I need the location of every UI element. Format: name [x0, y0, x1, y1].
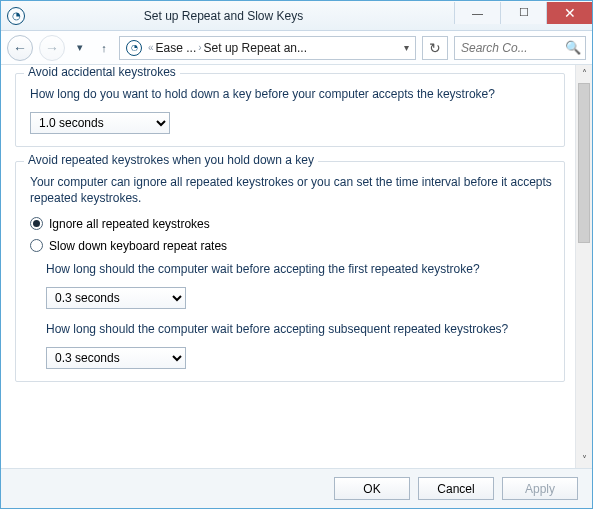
chevron-up-icon: ˄	[582, 68, 587, 79]
vertical-scrollbar[interactable]: ˄ ˅	[575, 65, 592, 468]
scroll-thumb[interactable]	[578, 83, 590, 243]
subsequent-repeat-description: How long should the computer wait before…	[46, 321, 554, 337]
radio-icon	[30, 217, 43, 230]
group-repeated-keystrokes: Avoid repeated keystrokes when you hold …	[15, 161, 565, 382]
navbar: ← → ▾ ↑ ◔ « Ease ... › Set up Repeat an.…	[1, 31, 592, 65]
chevron-right-icon: ›	[198, 42, 201, 53]
chevron-left-icon: «	[148, 42, 154, 53]
scroll-up-button[interactable]: ˄	[576, 65, 593, 82]
repeat-description: Your computer can ignore all repeated ke…	[30, 174, 554, 206]
footer: OK Cancel Apply	[1, 468, 592, 508]
titlebar: ◔ Set up Repeat and Slow Keys — ☐ ✕	[1, 1, 592, 31]
refresh-button[interactable]: ↻	[422, 36, 448, 60]
hold-duration-select[interactable]: 1.0 seconds	[30, 112, 170, 134]
arrow-right-icon: →	[45, 40, 59, 56]
location-icon: ◔	[126, 40, 142, 56]
group-accidental-keystrokes: Avoid accidental keystrokes How long do …	[15, 73, 565, 147]
maximize-button[interactable]: ☐	[500, 2, 546, 24]
minimize-button[interactable]: —	[454, 2, 500, 24]
group-legend: Avoid accidental keystrokes	[24, 65, 180, 79]
ok-button[interactable]: OK	[334, 477, 410, 500]
close-button[interactable]: ✕	[546, 2, 592, 24]
back-button[interactable]: ←	[7, 35, 33, 61]
scroll-down-button[interactable]: ˅	[576, 451, 593, 468]
recent-locations-button[interactable]: ▾	[71, 37, 89, 59]
hold-duration-description: How long do you want to hold down a key …	[30, 86, 554, 102]
first-repeat-delay-select[interactable]: 0.3 seconds	[46, 287, 186, 309]
radio-ignore-repeated[interactable]: Ignore all repeated keystrokes	[30, 217, 554, 231]
arrow-left-icon: ←	[13, 40, 27, 56]
search-box[interactable]: 🔍	[454, 36, 586, 60]
forward-button[interactable]: →	[39, 35, 65, 61]
arrow-up-icon: ↑	[101, 42, 107, 54]
group-legend: Avoid repeated keystrokes when you hold …	[24, 153, 318, 167]
apply-button[interactable]: Apply	[502, 477, 578, 500]
chevron-down-icon: ▾	[77, 41, 83, 54]
breadcrumb[interactable]: ◔ « Ease ... › Set up Repeat an... ▾	[119, 36, 416, 60]
chevron-down-icon: ˅	[582, 454, 587, 465]
search-icon: 🔍	[565, 40, 585, 55]
cancel-button[interactable]: Cancel	[418, 477, 494, 500]
subsequent-repeat-delay-select[interactable]: 0.3 seconds	[46, 347, 186, 369]
first-repeat-description: How long should the computer wait before…	[46, 261, 554, 277]
radio-slow-down-repeat[interactable]: Slow down keyboard repeat rates	[30, 239, 554, 253]
window-title: Set up Repeat and Slow Keys	[0, 9, 454, 23]
radio-icon	[30, 239, 43, 252]
radio-label: Ignore all repeated keystrokes	[49, 217, 210, 231]
up-button[interactable]: ↑	[95, 37, 113, 59]
breadcrumb-part[interactable]: Set up Repeat an...	[204, 41, 307, 55]
breadcrumb-part[interactable]: Ease ...	[156, 41, 197, 55]
radio-label: Slow down keyboard repeat rates	[49, 239, 227, 253]
chevron-down-icon[interactable]: ▾	[404, 42, 413, 53]
content-area: Avoid accidental keystrokes How long do …	[1, 65, 575, 468]
refresh-icon: ↻	[429, 40, 441, 56]
search-input[interactable]	[455, 41, 565, 55]
